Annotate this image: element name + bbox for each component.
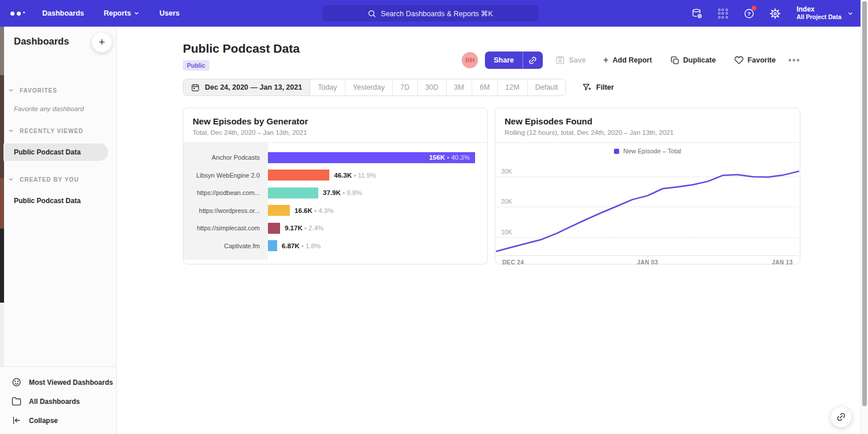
chevron-down-icon bbox=[8, 87, 14, 93]
date-preset-3m[interactable]: 3M bbox=[447, 79, 472, 95]
section-created-by-you[interactable]: CREATED BY YOU bbox=[0, 175, 116, 184]
copy-link-button[interactable] bbox=[523, 52, 543, 69]
sidebar-item-public-podcast-data[interactable]: Public Podcast Data bbox=[3, 144, 108, 161]
bar-category-label: https://simplecast.com bbox=[183, 225, 268, 231]
more-options-button[interactable] bbox=[789, 59, 800, 62]
add-report-button[interactable]: + Add Report bbox=[603, 56, 652, 64]
nav-item-dashboards[interactable]: Dashboards bbox=[42, 9, 84, 17]
apps-grid-icon[interactable] bbox=[717, 8, 729, 19]
date-preset-6m[interactable]: 6M bbox=[472, 79, 498, 95]
bar-row: https://simplecast.com9.17K • 2.4% bbox=[183, 219, 487, 237]
duplicate-icon bbox=[671, 56, 679, 65]
main-content: Public Podcast Data Public RH Share Save… bbox=[117, 27, 860, 434]
search-input[interactable]: Search Dashboards & Reports ⌘K bbox=[322, 5, 539, 21]
collapse-left-icon bbox=[12, 415, 21, 425]
card-subtitle: Rolling (12 hours), total, Dec 24th, 202… bbox=[505, 129, 790, 136]
bar-segment[interactable]: 156K • 40.3% bbox=[268, 152, 475, 163]
chevron-down-icon bbox=[8, 128, 14, 134]
bar-segment[interactable] bbox=[268, 187, 318, 198]
scrollbar-thumb[interactable] bbox=[862, 1, 867, 406]
bar-category-label: Captivate.fm bbox=[183, 242, 268, 249]
header-actions: RH Share Save + Add Report Duplicate Fav… bbox=[462, 52, 799, 69]
card-title: New Episodes by Generator bbox=[193, 116, 478, 126]
date-preset-30d[interactable]: 30D bbox=[418, 79, 447, 95]
bar-segment[interactable] bbox=[268, 223, 280, 234]
svg-text:?: ? bbox=[748, 10, 751, 16]
add-dashboard-button[interactable]: + bbox=[91, 32, 112, 53]
bar-value-label: 9.17K • 2.4% bbox=[285, 225, 323, 231]
date-range-picker[interactable]: Dec 24, 2020 — Jan 13, 2021 bbox=[183, 79, 310, 95]
smiley-icon bbox=[12, 377, 21, 387]
nav-right-group: ? Index All Project Data bbox=[691, 0, 854, 27]
primary-nav: Dashboards Reports Users bbox=[42, 9, 179, 17]
favorite-button[interactable]: Favorite bbox=[734, 56, 776, 65]
bar-row: Captivate.fm6.87K • 1.8% bbox=[183, 237, 487, 255]
mixpanel-logo-icon[interactable] bbox=[10, 12, 25, 16]
bar-row: https://podbean.com...37.9K • 9.8% bbox=[183, 184, 487, 202]
date-segmented-control: Dec 24, 2020 — Jan 13, 2021 TodayYesterd… bbox=[183, 79, 566, 96]
chart-legend: New Episode – Total bbox=[495, 147, 800, 155]
section-favorites[interactable]: FAVORITES bbox=[0, 86, 116, 95]
line-chart[interactable]: 30K20K10K bbox=[496, 158, 799, 255]
bar-category-label: https://podbean.com... bbox=[183, 189, 268, 196]
date-preset-7d[interactable]: 7D bbox=[393, 79, 418, 95]
nav-item-reports[interactable]: Reports bbox=[104, 9, 139, 17]
project-name: Index bbox=[796, 6, 841, 13]
legend-label: New Episode – Total bbox=[623, 148, 681, 155]
share-button-group: Share bbox=[485, 52, 543, 69]
bar-row: https://wordpress.or...16.6K • 4.3% bbox=[183, 202, 487, 220]
share-button[interactable]: Share bbox=[485, 52, 523, 69]
search-icon bbox=[367, 9, 376, 18]
heart-icon bbox=[734, 56, 744, 65]
nav-item-users[interactable]: Users bbox=[159, 9, 179, 17]
data-management-icon[interactable] bbox=[691, 8, 703, 19]
bar-row: Libsyn WebEngine 2.046.3K • 11.9% bbox=[183, 167, 487, 185]
date-preset-yesterday[interactable]: Yesterday bbox=[345, 79, 393, 95]
calendar-icon bbox=[191, 83, 200, 92]
top-navbar: Dashboards Reports Users Search Dashboar… bbox=[0, 0, 860, 27]
date-presets: TodayYesterday7D30D3M6M12MDefault bbox=[310, 79, 565, 95]
x-axis-tick-label: DEC 24 bbox=[502, 259, 524, 266]
duplicate-button[interactable]: Duplicate bbox=[671, 56, 716, 65]
project-switcher[interactable]: Index All Project Data bbox=[796, 6, 854, 21]
card-subtitle: Total, Dec 24th, 2020 – Jan 13th, 2021 bbox=[193, 129, 478, 136]
save-button[interactable]: Save bbox=[556, 56, 586, 65]
section-recently-viewed[interactable]: RECENTLY VIEWED bbox=[0, 126, 116, 135]
bar-value-label: 6.87K • 1.8% bbox=[282, 242, 321, 249]
plus-icon: + bbox=[98, 36, 105, 48]
card-title: New Episodes Found bbox=[505, 116, 790, 126]
link-icon bbox=[834, 410, 848, 424]
avatar[interactable]: RH bbox=[462, 52, 478, 68]
link-icon bbox=[527, 54, 539, 66]
date-filter-bar: Dec 24, 2020 — Jan 13, 2021 TodayYesterd… bbox=[183, 79, 614, 96]
plus-icon: + bbox=[603, 56, 608, 64]
bar-category-label: Anchor Podcasts bbox=[183, 154, 268, 161]
collapse-sidebar-button[interactable]: Collapse bbox=[0, 411, 116, 430]
bar-chart: Anchor Podcasts156K • 40.3%Libsyn WebEng… bbox=[183, 143, 487, 263]
sidebar-footer: Most Viewed Dashboards All Dashboards Co… bbox=[0, 366, 116, 434]
bar-segment[interactable] bbox=[268, 240, 277, 251]
page-scrollbar[interactable] bbox=[860, 0, 868, 434]
bar-category-label: https://wordpress.or... bbox=[183, 207, 268, 214]
x-axis-tick-label: JAN 03 bbox=[637, 259, 658, 266]
date-preset-12m[interactable]: 12M bbox=[498, 79, 527, 95]
settings-gear-icon[interactable] bbox=[769, 8, 781, 19]
bar-value-label: 37.9K • 9.8% bbox=[323, 189, 362, 196]
project-subtitle: All Project Data bbox=[796, 13, 841, 21]
help-icon[interactable]: ? bbox=[743, 8, 755, 19]
card-new-episodes-found: New Episodes Found Rolling (12 hours), t… bbox=[495, 108, 800, 264]
most-viewed-dashboards-button[interactable]: Most Viewed Dashboards bbox=[0, 373, 116, 392]
bar-segment[interactable] bbox=[268, 170, 329, 181]
sidebar-item-public-podcast-data-created[interactable]: Public Podcast Data bbox=[3, 192, 108, 209]
chevron-down-icon bbox=[8, 176, 14, 182]
all-dashboards-button[interactable]: All Dashboards bbox=[0, 392, 116, 411]
bar-value-label: 16.6K • 4.3% bbox=[295, 207, 333, 214]
card-new-episodes-by-generator: New Episodes by Generator Total, Dec 24t… bbox=[183, 108, 488, 264]
date-preset-default[interactable]: Default bbox=[528, 79, 566, 95]
folder-icon bbox=[12, 396, 21, 406]
bar-segment[interactable] bbox=[268, 205, 290, 216]
date-preset-today[interactable]: Today bbox=[310, 79, 345, 95]
filter-button[interactable]: Filter bbox=[582, 83, 614, 92]
share-link-fab[interactable] bbox=[830, 406, 852, 428]
chevron-down-icon bbox=[134, 10, 139, 16]
